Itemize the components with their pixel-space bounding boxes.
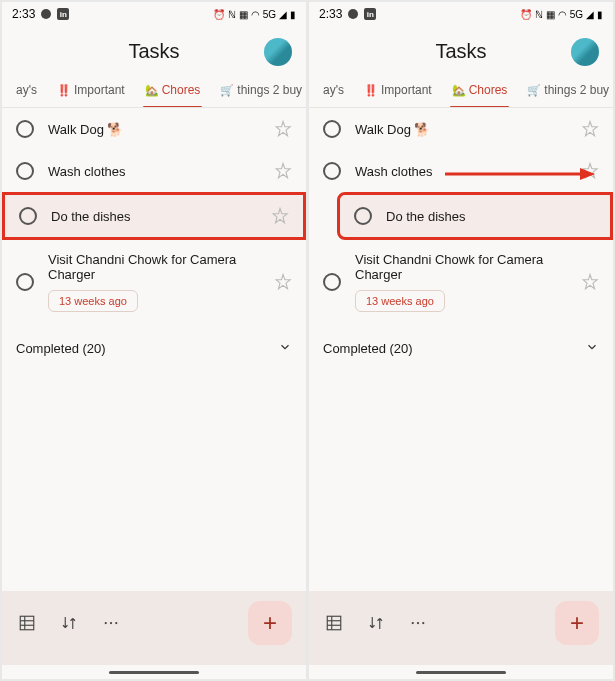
star-icon[interactable] [274,120,292,138]
task-title: Walk Dog 🐕 [48,122,260,137]
task-title: Do the dishes [51,209,257,224]
task-radio[interactable] [354,207,372,225]
star-icon[interactable] [274,162,292,180]
task-list[interactable]: Walk Dog 🐕 Wash clothes Do the dishes Vi… [2,108,306,591]
task-row[interactable]: Wash clothes [2,150,306,192]
task-row-highlighted[interactable]: Do the dishes [337,192,613,240]
nav-bar [2,665,306,679]
more-icon[interactable] [407,612,429,634]
svg-point-4 [105,622,107,624]
status-time: 2:33 [319,7,342,21]
task-radio[interactable] [16,273,34,291]
chevron-down-icon [278,340,292,357]
completed-label: Completed (20) [323,341,413,356]
status-icons: ⏰ℕ▦◠5G◢▮ [520,9,603,20]
task-title: Visit Chandni Chowk for Camera Charger [48,252,260,282]
task-row-highlighted[interactable]: Do the dishes [2,192,306,240]
nav-handle[interactable] [416,671,506,674]
star-icon[interactable] [581,162,599,180]
star-icon[interactable] [581,273,599,291]
bottom-bar: + [309,591,613,665]
header: Tasks [2,26,306,73]
svg-point-14 [417,622,419,624]
phone-left: 2:33 in ⏰ℕ▦◠5G◢▮ Tasks ay's ‼️Important … [2,2,306,679]
nav-handle[interactable] [109,671,199,674]
status-icons: ⏰ℕ▦◠5G◢▮ [213,9,296,20]
sort-icon[interactable] [58,612,80,634]
date-chip: 13 weeks ago [48,290,138,312]
star-icon[interactable] [271,207,289,225]
list-view-icon[interactable] [16,612,38,634]
bottom-bar: + [2,591,306,665]
task-row[interactable]: Visit Chandni Chowk for Camera Charger 1… [309,240,613,324]
task-title: Wash clothes [48,164,260,179]
task-radio[interactable] [19,207,37,225]
task-radio[interactable] [16,162,34,180]
svg-point-5 [110,622,112,624]
avatar[interactable] [264,38,292,66]
tab-important[interactable]: ‼️Important [47,73,135,107]
avatar[interactable] [571,38,599,66]
task-radio[interactable] [16,120,34,138]
tabs: ay's ‼️Important 🏡Chores 🛒things 2 buy [2,73,306,108]
linkedin-icon: in [364,8,376,20]
chevron-down-icon [585,340,599,357]
page-title: Tasks [435,40,486,63]
completed-label: Completed (20) [16,341,106,356]
svg-rect-9 [327,616,341,630]
task-row[interactable]: Visit Chandni Chowk for Camera Charger 1… [2,240,306,324]
status-bar: 2:33 in ⏰ℕ▦◠5G◢▮ [2,2,306,26]
tab-chores[interactable]: 🏡Chores [135,73,211,107]
tab-chores[interactable]: 🏡Chores [442,73,518,107]
svg-point-15 [422,622,424,624]
task-radio[interactable] [323,120,341,138]
task-title: Visit Chandni Chowk for Camera Charger [355,252,567,282]
linkedin-icon: in [57,8,69,20]
tab-important[interactable]: ‼️Important [354,73,442,107]
task-title: Wash clothes [355,164,567,179]
add-task-button[interactable]: + [248,601,292,645]
svg-point-13 [412,622,414,624]
svg-rect-0 [20,616,34,630]
task-title: Do the dishes [386,209,596,224]
status-time: 2:33 [12,7,35,21]
status-bar: 2:33 in ⏰ℕ▦◠5G◢▮ [309,2,613,26]
notification-dot [41,9,51,19]
completed-section[interactable]: Completed (20) [2,324,306,373]
task-row[interactable]: Walk Dog 🐕 [309,108,613,150]
more-icon[interactable] [100,612,122,634]
list-view-icon[interactable] [323,612,345,634]
date-chip: 13 weeks ago [355,290,445,312]
task-radio[interactable] [323,162,341,180]
header: Tasks [309,26,613,73]
page-title: Tasks [128,40,179,63]
task-row[interactable]: Wash clothes [309,150,613,192]
tabs: ay's ‼️Important 🏡Chores 🛒things 2 buy [309,73,613,108]
task-list[interactable]: Walk Dog 🐕 Wash clothes Do the dishes Vi… [309,108,613,591]
tab-partial[interactable]: ay's [313,73,354,107]
task-row[interactable]: Walk Dog 🐕 [2,108,306,150]
tab-partial[interactable]: ay's [6,73,47,107]
phone-right: 2:33 in ⏰ℕ▦◠5G◢▮ Tasks ay's ‼️Important … [309,2,613,679]
star-icon[interactable] [274,273,292,291]
add-task-button[interactable]: + [555,601,599,645]
task-radio[interactable] [323,273,341,291]
completed-section[interactable]: Completed (20) [309,324,613,373]
tab-shopping[interactable]: 🛒things 2 buy [210,73,306,107]
tab-shopping[interactable]: 🛒things 2 buy [517,73,613,107]
task-title: Walk Dog 🐕 [355,122,567,137]
nav-bar [309,665,613,679]
sort-icon[interactable] [365,612,387,634]
svg-point-6 [115,622,117,624]
notification-dot [348,9,358,19]
star-icon[interactable] [581,120,599,138]
